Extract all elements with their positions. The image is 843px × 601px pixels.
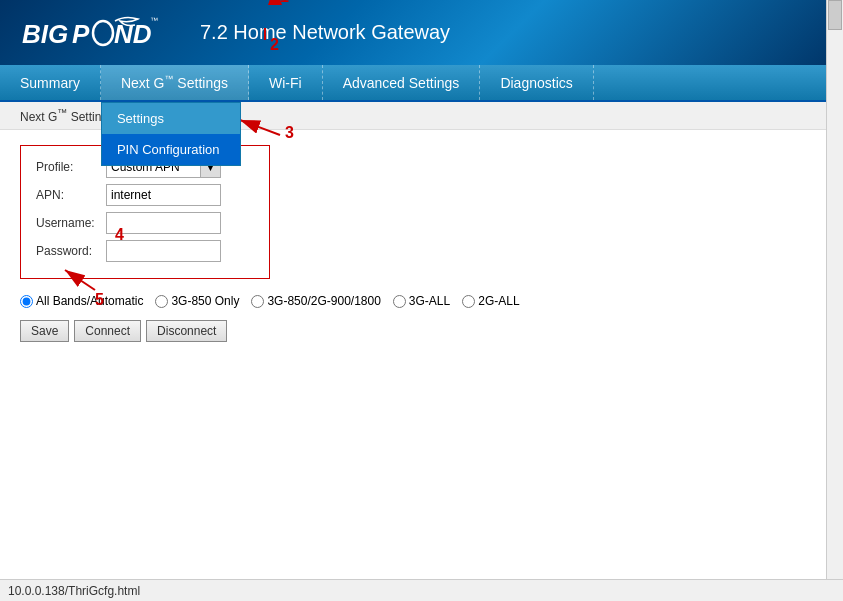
profile-label: Profile: <box>36 160 106 174</box>
radio-3g850-input[interactable] <box>155 295 168 308</box>
connect-button[interactable]: Connect <box>74 320 141 342</box>
dropdown-item-settings[interactable]: Settings <box>102 103 240 134</box>
radio-3gall-label: 3G-ALL <box>409 294 450 308</box>
radio-all-bands-input[interactable] <box>20 295 33 308</box>
radio-all-bands[interactable]: All Bands/Automatic <box>20 294 143 308</box>
nav-label-summary: Summary <box>20 75 80 91</box>
radio-3gall-input[interactable] <box>393 295 406 308</box>
nav-label-nextg: Next G™ Settings <box>121 74 228 91</box>
scrollbar[interactable] <box>826 0 843 601</box>
password-label: Password: <box>36 244 106 258</box>
nav-item-nextg[interactable]: Next G™ Settings Settings PIN Configurat… <box>101 65 249 100</box>
disconnect-button[interactable]: Disconnect <box>146 320 227 342</box>
button-row: Save Connect Disconnect <box>20 320 823 342</box>
apn-row: APN: <box>36 184 254 206</box>
nav-label-diagnostics: Diagnostics <box>500 75 572 91</box>
svg-text:ND: ND <box>114 19 152 49</box>
radio-2gall-input[interactable] <box>462 295 475 308</box>
radio-3g850-2g-label: 3G-850/2G-900/1800 <box>267 294 380 308</box>
apn-label: APN: <box>36 188 106 202</box>
radio-2gall-label: 2G-ALL <box>478 294 519 308</box>
nav-label-wifi: Wi-Fi <box>269 75 302 91</box>
radio-all-bands-label: All Bands/Automatic <box>36 294 143 308</box>
svg-text:BIG: BIG <box>22 19 68 49</box>
apn-input[interactable] <box>106 184 221 206</box>
svg-text:P: P <box>72 19 90 49</box>
nav-item-diagnostics[interactable]: Diagnostics <box>480 65 593 100</box>
header: BIG P ND ™ 7.2 Home Network Gateway <box>0 0 843 65</box>
svg-text:™: ™ <box>150 16 158 25</box>
save-button[interactable]: Save <box>20 320 69 342</box>
username-row: Username: <box>36 212 254 234</box>
nav-dropdown: Settings PIN Configuration <box>101 102 241 166</box>
radio-3g850-label: 3G-850 Only <box>171 294 239 308</box>
radio-3g850[interactable]: 3G-850 Only <box>155 294 239 308</box>
password-input[interactable] <box>106 240 221 262</box>
status-url: 10.0.0.138/ThriGcfg.html <box>8 584 140 598</box>
header-title: 7.2 Home Network Gateway <box>200 21 450 44</box>
password-row: Password: <box>36 240 254 262</box>
svg-point-2 <box>93 21 113 45</box>
radio-3g850-2g-input[interactable] <box>251 295 264 308</box>
bigpond-logo: BIG P ND ™ <box>20 13 180 53</box>
scrollbar-thumb[interactable] <box>828 0 842 30</box>
nav-item-wifi[interactable]: Wi-Fi <box>249 65 323 100</box>
dropdown-item-pin[interactable]: PIN Configuration <box>102 134 240 165</box>
nav-item-advanced[interactable]: Advanced Settings <box>323 65 481 100</box>
radio-3gall[interactable]: 3G-ALL <box>393 294 450 308</box>
nav-bar: Summary Next G™ Settings Settings PIN Co… <box>0 65 843 102</box>
username-input[interactable] <box>106 212 221 234</box>
username-label: Username: <box>36 216 106 230</box>
status-bar: 10.0.0.138/ThriGcfg.html <box>0 579 843 601</box>
radio-2gall[interactable]: 2G-ALL <box>462 294 519 308</box>
nav-item-summary[interactable]: Summary <box>0 65 101 100</box>
logo: BIG P ND ™ <box>20 13 180 53</box>
band-radio-group: All Bands/Automatic 3G-850 Only 3G-850/2… <box>20 294 823 308</box>
radio-3g850-2g[interactable]: 3G-850/2G-900/1800 <box>251 294 380 308</box>
nav-label-advanced: Advanced Settings <box>343 75 460 91</box>
